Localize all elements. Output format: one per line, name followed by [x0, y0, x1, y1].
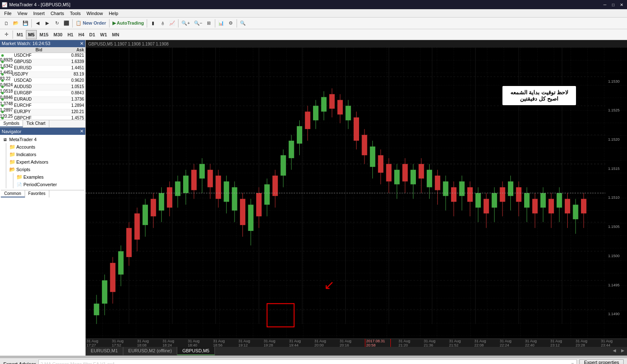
properties-button[interactable]: ⊞: [204, 19, 214, 28]
chart-line-button[interactable]: 📈: [168, 19, 177, 28]
menu-bar: File View Insert Charts Tools Window Hel…: [0, 9, 627, 18]
svg-rect-22: [94, 303, 99, 315]
market-watch-close[interactable]: ✕: [80, 41, 84, 46]
market-watch-header: Market Watch: 16:24:53 ✕: [0, 40, 85, 47]
svg-rect-88: [362, 135, 367, 155]
nav-indicators[interactable]: 📁 Indicators: [8, 151, 84, 158]
nav-period-converter[interactable]: 📄 PeriodConverter: [15, 181, 84, 188]
back-button[interactable]: ◀: [33, 19, 42, 28]
period-w1[interactable]: W1: [98, 30, 110, 39]
status-dot: [1, 111, 4, 113]
chart-info-header: GBPUSD,M5 1.1907 1.1908 1.1907 1.1908: [86, 40, 627, 48]
dropdown-arrow-icon: ▼: [570, 361, 575, 364]
tab-tick-chart[interactable]: Tick Chart: [23, 120, 49, 127]
chart-candle-button[interactable]: 🕯: [158, 19, 167, 28]
market-watch-table: Bid Ask USDCHF 0.8921 0.8925 GBPUSD 1.63…: [0, 47, 85, 120]
chart-bar-button[interactable]: ▮: [148, 19, 158, 28]
navigator-close[interactable]: ✕: [80, 129, 84, 134]
svg-rect-142: [581, 199, 586, 213]
tab-eurusd-m2[interactable]: EURUSD,M2 (offline): [123, 347, 177, 355]
window-controls[interactable]: ─ □ ✕: [601, 1, 625, 8]
period-m30[interactable]: M30: [51, 30, 64, 39]
chart-scroll-left[interactable]: ◀: [610, 347, 619, 355]
open-button[interactable]: 📂: [11, 19, 20, 28]
market-watch-row[interactable]: USDJPY 83.19 83.22: [0, 72, 85, 78]
save-button[interactable]: 💾: [21, 19, 30, 28]
nav-accounts[interactable]: 📁 Accounts: [8, 143, 84, 151]
svg-rect-58: [240, 199, 245, 225]
autotrading-button[interactable]: ▶ AutoTrading: [111, 19, 145, 28]
left-panel: Market Watch: 16:24:53 ✕ Bid Ask USDCHF …: [0, 40, 86, 356]
refresh-button[interactable]: ↻: [52, 19, 61, 28]
svg-rect-36: [150, 199, 156, 216]
zoom-out-button[interactable]: 🔍−: [192, 19, 204, 28]
svg-rect-76: [313, 106, 319, 120]
time-scale: 31 Aug 17:27 31 Aug 17:52 31 Aug 18:08 3…: [86, 339, 627, 347]
tab-common[interactable]: Common: [1, 190, 25, 197]
menu-window[interactable]: Window: [84, 10, 105, 17]
fwd-button[interactable]: ▶: [43, 19, 52, 28]
svg-rect-102: [418, 164, 424, 179]
navigator-body: 🖥 MetaTrader 4 📁 Accounts 📁 Indicators 📁: [0, 135, 85, 356]
toolbar-periods: ✛ M1 M5 M15 M30 H1 H4 D1 W1 MN: [0, 29, 627, 40]
period-m15[interactable]: M15: [38, 30, 51, 39]
period-mn[interactable]: MN: [110, 30, 121, 39]
price-label-6: 1.1505: [608, 225, 620, 229]
period-m5[interactable]: M5: [26, 30, 36, 39]
tab-eurusd-m1[interactable]: EURUSD,M1: [86, 347, 123, 355]
period-h4[interactable]: H4: [76, 30, 86, 39]
menu-tools[interactable]: Tools: [67, 10, 83, 17]
market-watch-row[interactable]: USDCHF 0.8921 0.8925: [0, 53, 85, 59]
chart-canvas[interactable]: ↙ 1.1530 1.1525 1.1520 1.1515 1.1510 1.1…: [86, 48, 627, 339]
svg-rect-128: [524, 193, 530, 208]
search-button[interactable]: 🔍: [238, 19, 247, 28]
svg-rect-42: [175, 182, 181, 196]
annotation-arrow: ↙: [324, 278, 334, 292]
svg-rect-34: [143, 205, 148, 225]
folder-icon: 📁: [9, 151, 15, 158]
menu-charts[interactable]: Charts: [48, 10, 66, 17]
expert-properties-button[interactable]: Expert properties: [579, 359, 624, 364]
zoom-in-button[interactable]: 🔍+: [180, 19, 191, 28]
title-bar: 📈 MetaTrader 4 - [GBPUSD,M5] ─ □ ✕: [0, 0, 627, 9]
svg-rect-24: [102, 281, 107, 304]
market-watch-row[interactable]: USDCAD 0.9620 0.9624: [0, 78, 85, 84]
expert-advisor-dropdown[interactable]: 2 MA Crosses Mega filter EA V1.ex4 ▼: [38, 359, 577, 364]
stop-button[interactable]: ⬛: [62, 19, 71, 28]
mw-column-headers: Bid Ask: [0, 47, 85, 53]
period-d1[interactable]: D1: [87, 30, 97, 39]
menu-help[interactable]: Help: [106, 10, 121, 17]
navigator-panel: Navigator ✕ 🖥 MetaTrader 4 📁 Accounts 📁: [0, 128, 85, 356]
svg-rect-74: [305, 111, 310, 129]
svg-rect-52: [216, 176, 221, 199]
nav-expert-advisors[interactable]: 📁 Expert Advisors: [8, 158, 84, 166]
menu-insert[interactable]: Insert: [31, 10, 47, 17]
annotation-line1: لاحظ توقيت بداية الشمعه: [507, 89, 571, 96]
price-label-9: 1.1490: [608, 312, 620, 316]
price-label-5: 1.1510: [608, 195, 620, 200]
tab-gbpusd-m5[interactable]: GBPUSD,M5: [177, 347, 215, 355]
period-m1[interactable]: M1: [15, 30, 25, 39]
experts-button[interactable]: ⚙: [226, 19, 235, 28]
svg-rect-104: [427, 170, 432, 187]
maximize-button[interactable]: □: [609, 1, 617, 8]
tab-symbols[interactable]: Symbols: [0, 120, 23, 127]
period-h1[interactable]: H1: [65, 30, 75, 39]
tab-favorites[interactable]: Favorites: [25, 190, 49, 197]
close-button[interactable]: ✕: [618, 1, 625, 8]
folder-icon: 📁: [9, 144, 15, 150]
svg-rect-86: [354, 117, 359, 141]
new-button[interactable]: 🗋: [2, 19, 11, 28]
svg-rect-62: [256, 193, 262, 217]
crosshair-btn[interactable]: ✛: [2, 30, 11, 39]
chart-scroll-right[interactable]: ▶: [619, 347, 627, 355]
minimize-button[interactable]: ─: [601, 1, 609, 8]
nav-root[interactable]: 🖥 MetaTrader 4: [1, 136, 84, 143]
indicators-button[interactable]: 📊: [217, 19, 226, 28]
svg-rect-80: [329, 94, 335, 109]
nav-examples[interactable]: 📁 Examples: [15, 173, 84, 181]
menu-view[interactable]: View: [15, 10, 30, 17]
menu-file[interactable]: File: [2, 10, 14, 17]
new-order-button[interactable]: 📋 New Order: [74, 19, 108, 28]
nav-scripts[interactable]: 📂 Scripts: [8, 166, 84, 173]
